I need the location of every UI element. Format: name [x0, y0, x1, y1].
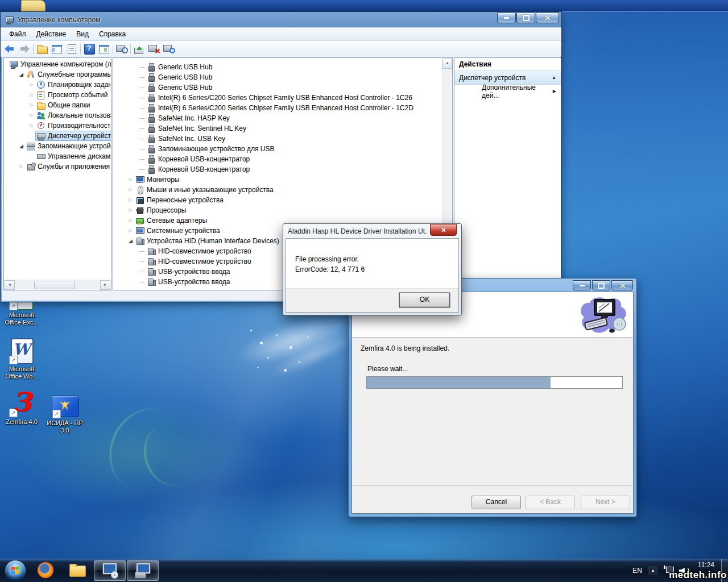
expand-arrow-icon[interactable] — [138, 261, 146, 262]
toolbar-button[interactable] — [82, 43, 96, 55]
expand-arrow-icon[interactable] — [138, 128, 146, 129]
expand-arrow-icon[interactable]: ◢ — [127, 236, 134, 246]
expand-arrow-icon[interactable]: ▷ — [127, 185, 134, 195]
back-button[interactable]: < Back — [526, 496, 575, 509]
scroll-right-icon[interactable]: ► — [100, 280, 110, 290]
menu-item[interactable]: Действие — [31, 28, 72, 40]
menu-item[interactable]: Вид — [71, 28, 94, 40]
expand-arrow-icon[interactable] — [138, 169, 146, 170]
expand-arrow-icon[interactable]: ▷ — [18, 161, 25, 172]
horizontal-scrollbar[interactable]: ◄ ► — [5, 280, 110, 289]
cancel-button[interactable]: Cancel — [471, 496, 521, 509]
scroll-up-icon[interactable]: ▲ — [442, 59, 452, 69]
expand-arrow-icon[interactable] — [138, 67, 146, 68]
expand-arrow-icon[interactable]: ▷ — [28, 90, 35, 100]
device-item[interactable]: Generic USB Hub — [113, 82, 452, 93]
menu-item[interactable]: Справка — [94, 28, 131, 40]
expand-arrow-icon[interactable]: ▷ — [127, 195, 134, 205]
expand-arrow-icon[interactable]: ▷ — [127, 215, 134, 226]
background-window-strip[interactable] — [0, 0, 728, 12]
device-item[interactable]: Generic USB Hub — [113, 72, 452, 82]
expand-arrow-icon[interactable] — [138, 88, 146, 88]
toolbar-button[interactable] — [50, 43, 64, 55]
device-item[interactable]: ▷ Мониторы — [113, 174, 452, 185]
device-item[interactable]: ▷ Процессоры — [113, 205, 452, 215]
language-indicator[interactable]: EN — [627, 567, 648, 575]
actions-item-more-actions[interactable]: Дополнительные дей... ▶ — [454, 85, 561, 98]
device-item[interactable]: SafeNet Inc. USB Key — [113, 134, 452, 144]
clock[interactable]: 11:24 — [692, 559, 721, 569]
expand-arrow-icon[interactable] — [138, 272, 146, 272]
start-button[interactable] — [5, 560, 26, 581]
desktop-shortcut[interactable]: ↗ Zemfira 4.0 — [0, 391, 43, 426]
toolbar-button[interactable] — [97, 43, 111, 55]
taskbar-app-button[interactable] — [30, 560, 61, 580]
taskbar-app-button[interactable] — [94, 560, 126, 581]
scrollbar-thumb[interactable] — [34, 281, 75, 289]
actions-group-device-manager[interactable]: Диспетчер устройств ▲ — [454, 71, 561, 85]
minimize-button[interactable] — [573, 280, 591, 290]
tree-item[interactable]: ▷ Общие папки — [4, 100, 111, 110]
desktop-shortcut[interactable]: ↗ Microsoft Office Wo... — [0, 338, 43, 380]
expand-arrow-icon[interactable] — [138, 139, 146, 139]
device-item[interactable]: SafeNet Inc. Sentinel HL Key — [113, 123, 452, 134]
expand-arrow-icon[interactable] — [138, 118, 146, 119]
expand-arrow-icon[interactable]: ◢ — [18, 141, 25, 151]
expand-arrow-icon[interactable]: ▷ — [28, 100, 35, 110]
tree-item[interactable]: ▷ Локальные пользовате — [4, 110, 111, 120]
maximize-button[interactable] — [516, 13, 535, 23]
toolbar-button[interactable] — [35, 43, 49, 55]
taskbar-app-button[interactable] — [62, 560, 93, 580]
expand-arrow-icon[interactable] — [138, 251, 146, 252]
device-item[interactable]: Корневой USB-концентратор — [113, 154, 452, 164]
menu-item[interactable]: Файл — [4, 28, 31, 40]
toolbar-button[interactable] — [133, 43, 146, 55]
device-item[interactable]: Запоминающее устройство для USB — [113, 144, 452, 154]
desktop-shortcut[interactable]: ↗ ИСИДА - ПР 3.0 — [43, 392, 86, 434]
toolbar-button[interactable] — [162, 43, 176, 55]
toolbar-button[interactable] — [130, 43, 131, 55]
toolbar-button[interactable] — [112, 43, 114, 55]
device-item[interactable]: ▷ Мыши и иные указывающие устройства — [113, 185, 452, 195]
minimize-button[interactable] — [497, 13, 516, 23]
tree-item[interactable]: Управление компьютером (л — [4, 59, 111, 69]
window-titlebar[interactable]: Управление компьютером — [1, 12, 561, 27]
expand-arrow-icon[interactable]: ▷ — [28, 110, 35, 120]
ok-button[interactable]: OK — [399, 293, 450, 307]
expand-arrow-icon[interactable] — [138, 98, 146, 98]
device-item[interactable]: ▷ Переносные устройства — [113, 195, 452, 205]
toolbar-button[interactable] — [115, 43, 129, 55]
expand-arrow-icon[interactable]: ▷ — [28, 80, 35, 90]
collapse-arrow-icon[interactable]: ▲ — [552, 75, 556, 80]
expand-arrow-icon[interactable]: ◢ — [18, 69, 25, 80]
expand-arrow-icon[interactable]: ▷ — [127, 174, 134, 185]
tree-item[interactable]: ▷ Производительность — [4, 120, 111, 131]
expand-arrow-icon[interactable] — [138, 282, 146, 282]
expand-arrow-icon[interactable] — [138, 108, 146, 109]
device-item[interactable]: SafeNet Inc. HASP Key — [113, 113, 452, 123]
expand-arrow-icon[interactable] — [138, 77, 146, 78]
tree-item[interactable]: ◢ Служебные программы — [4, 69, 111, 80]
tree-item[interactable]: Диспетчер устройств — [4, 131, 111, 141]
toolbar-button[interactable] — [18, 43, 31, 55]
toolbar-button[interactable] — [80, 43, 81, 55]
next-button[interactable]: Next > — [581, 496, 630, 509]
tree-item[interactable]: ▷ Службы и приложения — [4, 161, 111, 172]
device-item[interactable]: Intel(R) 6 Series/C200 Series Chipset Fa… — [113, 103, 452, 113]
toolbar-button[interactable] — [3, 43, 16, 55]
close-button[interactable] — [536, 13, 559, 23]
toolbar-button[interactable] — [147, 43, 161, 55]
device-item[interactable]: Generic USB Hub — [113, 62, 452, 72]
tree-item[interactable]: ◢ Запоминающие устройст — [4, 141, 111, 151]
expand-arrow-icon[interactable] — [138, 159, 146, 160]
toolbar-button[interactable] — [65, 43, 78, 55]
close-button[interactable] — [611, 280, 633, 290]
toolbar-button[interactable] — [32, 43, 34, 55]
hidden-icons-arrow-icon[interactable]: ▲ — [648, 566, 658, 575]
dialog-close-button[interactable] — [430, 224, 457, 236]
tree-item[interactable]: Управление дисками — [4, 151, 111, 161]
tree-item[interactable]: ▷ Просмотр событий — [4, 90, 111, 100]
tree-item[interactable]: ▷ Планировщик заданий — [4, 80, 111, 90]
taskbar-app-button[interactable] — [127, 560, 159, 581]
scroll-left-icon[interactable]: ◄ — [5, 280, 15, 290]
